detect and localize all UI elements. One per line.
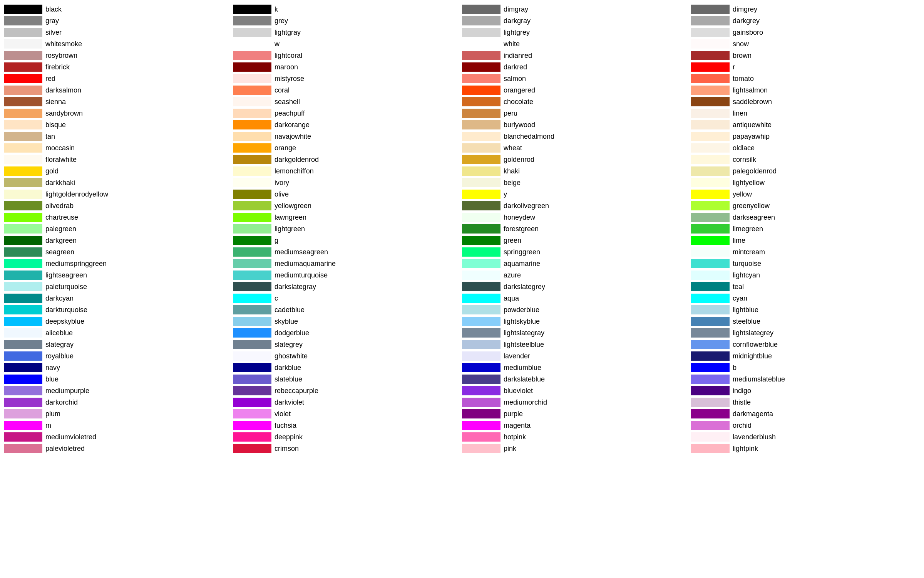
color-swatch (233, 74, 271, 83)
color-row: g (233, 235, 462, 246)
color-swatch (691, 282, 730, 291)
color-label: floralwhite (45, 156, 77, 164)
color-swatch (233, 120, 271, 129)
color-swatch (233, 409, 271, 418)
color-row: lightsalmon (691, 85, 920, 96)
color-row: darkgreen (4, 235, 233, 246)
color-swatch (4, 213, 42, 222)
color-label: thistle (733, 398, 751, 407)
color-row: mistyrose (233, 73, 462, 84)
color-row: dimgrey (691, 4, 920, 15)
color-label: darkturquoise (45, 306, 87, 314)
color-label: mistyrose (275, 75, 304, 83)
color-label: paleturquoise (45, 283, 87, 291)
color-row: mediumaquamarine (233, 258, 462, 269)
color-label: lightgoldenrodyellow (45, 190, 108, 198)
color-swatch (691, 409, 730, 418)
color-row: w (233, 39, 462, 49)
color-label: darkkhaki (45, 179, 75, 187)
color-row: ivory (233, 177, 462, 188)
color-swatch (691, 236, 730, 245)
color-swatch (462, 259, 500, 268)
color-swatch (462, 236, 500, 245)
color-label: palegoldenrod (733, 167, 777, 175)
color-label: tomato (733, 75, 754, 83)
color-swatch (4, 178, 42, 187)
color-label: silver (45, 29, 62, 37)
color-row: skyblue (233, 316, 462, 327)
color-label: g (275, 237, 278, 245)
color-label: greenyellow (733, 202, 770, 210)
color-label: limegreen (733, 225, 763, 233)
color-label: gainsboro (733, 29, 763, 37)
color-label: darkgrey (733, 17, 760, 25)
color-swatch (233, 421, 271, 430)
color-row: crimson (233, 443, 462, 454)
color-swatch (4, 120, 42, 129)
color-swatch (233, 386, 271, 395)
color-label: indigo (733, 387, 751, 395)
color-swatch (462, 166, 500, 176)
color-swatch (4, 317, 42, 326)
color-label: fuchsia (275, 422, 296, 430)
color-row: plum (4, 408, 233, 419)
color-swatch (233, 166, 271, 176)
color-swatch (691, 109, 730, 118)
color-swatch (233, 294, 271, 303)
color-row: cornsilk (691, 154, 920, 165)
color-label: lightcyan (733, 271, 760, 279)
color-swatch (691, 51, 730, 60)
color-swatch (462, 317, 500, 326)
color-label: peachpuff (275, 109, 305, 118)
color-row: whitesmoke (4, 39, 233, 49)
color-swatch (691, 62, 730, 72)
color-row: slateblue (233, 374, 462, 385)
color-label: moccasin (45, 144, 75, 152)
column-2: kgreylightgraywlightcoralmaroonmistyrose… (233, 4, 462, 454)
color-row: indianred (462, 50, 691, 61)
color-label: papayawhip (733, 133, 770, 141)
color-row: seashell (233, 96, 462, 107)
color-swatch (233, 155, 271, 164)
color-swatch (462, 62, 500, 72)
color-row: sandybrown (4, 108, 233, 119)
color-swatch (4, 294, 42, 303)
color-row: c (233, 293, 462, 304)
color-label: gold (45, 167, 59, 175)
color-swatch (4, 109, 42, 118)
color-swatch (4, 340, 42, 349)
color-row: brown (691, 50, 920, 61)
color-row: beige (462, 177, 691, 188)
color-swatch (233, 213, 271, 222)
color-label: aqua (504, 294, 519, 302)
color-label: lightcoral (275, 52, 302, 60)
color-row: mediumorchid (462, 397, 691, 408)
color-row: darkolivegreen (462, 200, 691, 211)
color-swatch (691, 143, 730, 153)
color-swatch (462, 51, 500, 60)
color-row: steelblue (691, 316, 920, 327)
color-swatch (462, 305, 500, 314)
color-label: darkslategray (275, 283, 316, 291)
color-swatch (4, 247, 42, 257)
color-label: darkblue (275, 364, 301, 372)
color-swatch (4, 363, 42, 372)
color-label: darkorange (275, 121, 310, 129)
color-label: springgreen (504, 248, 540, 256)
color-label: black (45, 5, 62, 13)
color-label: seashell (275, 98, 300, 106)
color-swatch (691, 39, 730, 49)
color-label: darkslategrey (504, 283, 545, 291)
color-swatch (233, 328, 271, 338)
color-label: indianred (504, 52, 532, 60)
color-row: honeydew (462, 212, 691, 223)
color-swatch (691, 294, 730, 303)
color-label: palegreen (45, 225, 76, 233)
color-swatch (691, 178, 730, 187)
color-row: indigo (691, 385, 920, 396)
color-row: mintcream (691, 247, 920, 257)
color-swatch (4, 305, 42, 314)
color-swatch (4, 409, 42, 418)
color-row: silver (4, 27, 233, 38)
color-label: steelblue (733, 318, 760, 326)
